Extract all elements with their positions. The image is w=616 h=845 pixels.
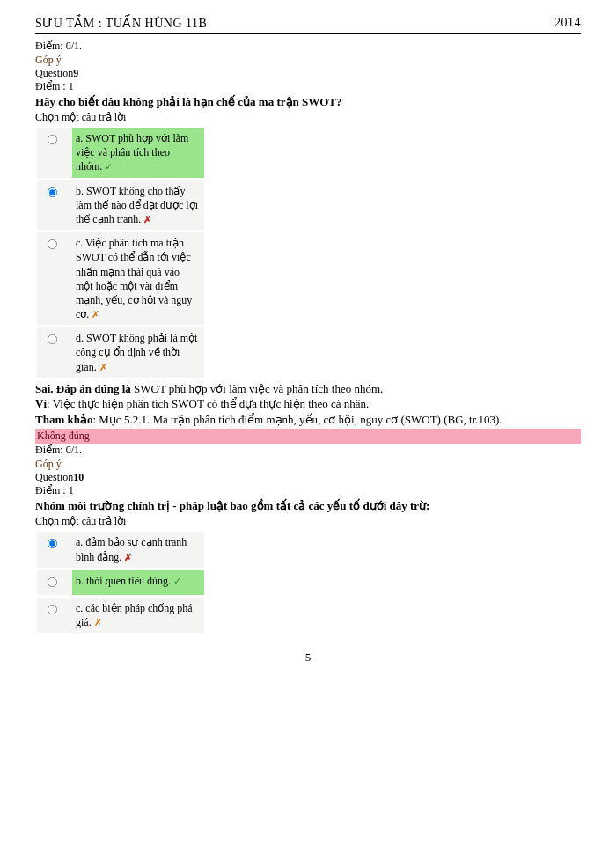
cross-icon: ✗ <box>92 309 99 320</box>
check-icon: ✓ <box>105 161 113 172</box>
page-number: 5 <box>35 650 581 665</box>
q9-e2r: : Việc thực hiện phân tích SWOT có thể d… <box>47 397 369 410</box>
cross-icon: ✗ <box>143 214 151 224</box>
q10-options: a. đảm bảo sự cạnh tranh bình đẳng. ✗ b.… <box>37 532 204 633</box>
q10-radio-c[interactable] <box>48 605 57 614</box>
q9-e1r: SWOT phù hợp với làm việc và phân tích t… <box>131 382 384 395</box>
q10-option-b-text: b. thói quen tiêu dùng. <box>76 575 171 587</box>
q9-e1b: Sai. Đáp án đúng là <box>35 382 131 395</box>
q9-e3b: Tham khảo <box>35 413 92 426</box>
q9-score: Điểm: 0/1. <box>35 444 581 457</box>
q10-option-a: a. đảm bảo sự cạnh tranh bình đẳng. ✗ <box>72 532 204 567</box>
q9-option-d: d. SWOT không phải là một công cụ ổn địn… <box>72 327 204 378</box>
q9-radio-a[interactable] <box>48 135 57 144</box>
q9-radio-d[interactable] <box>48 334 57 344</box>
q9-number: 9 <box>73 67 78 79</box>
q10-option-c: c. các biện pháp chống phá giá. ✗ <box>72 598 204 633</box>
q9-prefix: Question <box>35 67 73 79</box>
check-icon: ✓ <box>173 576 181 586</box>
q9-label: Question9 <box>35 67 581 80</box>
q10-option-b: b. thói quen tiêu dùng. ✓ <box>72 570 204 595</box>
q9-stem: Hãy cho biết đâu không phải là hạn chế c… <box>35 95 581 109</box>
q10-stem: Nhóm môi trường chính trị - pháp luật ba… <box>35 499 581 513</box>
q10-prefix: Question <box>35 471 73 483</box>
q9-option-a-text: a. SWOT phù hợp với làm việc và phân tíc… <box>76 132 188 173</box>
feedback-link-2[interactable]: Góp ý <box>35 458 62 470</box>
q9-options: a. SWOT phù hợp với làm việc và phân tíc… <box>37 128 204 378</box>
header-right: 2014 <box>554 16 581 31</box>
q9-choose: Chọn một câu trả lời <box>35 111 581 124</box>
q9-option-c: c. Việc phân tích ma trận SWOT có thể dẫ… <box>72 232 204 325</box>
q10-number: 10 <box>73 471 84 483</box>
q9-explanation: Sai. Đáp án đúng là SWOT phù hợp với làm… <box>35 381 581 428</box>
q9-option-b: b. SWOT không cho thấy làm thế nào để đạ… <box>72 180 204 231</box>
top-score: Điểm: 0/1. <box>35 40 581 53</box>
header-left: SƯU TẦM : TUẤN HÙNG 11B <box>35 16 207 31</box>
q9-radio-b[interactable] <box>48 187 57 197</box>
cross-icon: ✗ <box>99 362 107 372</box>
q9-diem: Điểm : 1 <box>35 80 581 93</box>
q10-choose: Chọn một câu trả lời <box>35 515 581 528</box>
q9-option-d-text: d. SWOT không phải là một công cụ ổn địn… <box>76 332 197 372</box>
cross-icon: ✗ <box>94 617 102 628</box>
header: SƯU TẦM : TUẤN HÙNG 11B 2014 <box>35 16 581 34</box>
q10-radio-a[interactable] <box>48 539 57 548</box>
q9-option-b-text: b. SWOT không cho thấy làm thế nào để đạ… <box>76 185 198 225</box>
q10-radio-b[interactable] <box>48 577 57 587</box>
q9-option-a: a. SWOT phù hợp với làm việc và phân tíc… <box>72 128 204 178</box>
q9-radio-c[interactable] <box>48 239 57 249</box>
feedback-link[interactable]: Góp ý <box>35 54 62 66</box>
q10-diem: Điểm : 1 <box>35 484 581 497</box>
q9-e2b: Vì <box>35 397 47 410</box>
q10-label: Question10 <box>35 471 581 484</box>
cross-icon: ✗ <box>124 552 132 562</box>
q9-option-c-text: c. Việc phân tích ma trận SWOT có thể dẫ… <box>76 237 192 320</box>
q9-e3r: : Mục 5.2.1. Ma trận phân tích điểm mạnh… <box>92 413 502 426</box>
q9-wrong-bar: Không đúng <box>35 429 581 444</box>
